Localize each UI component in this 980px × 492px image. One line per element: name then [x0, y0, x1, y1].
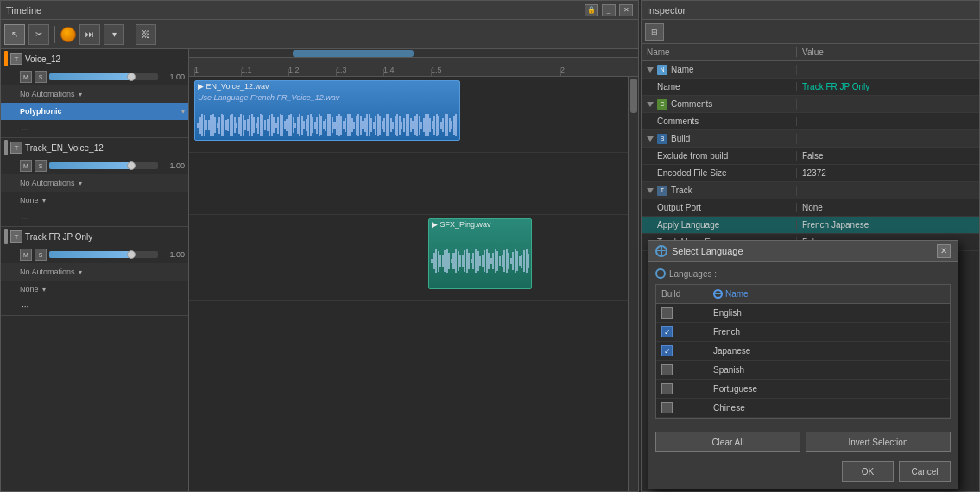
track-name-voice12: Voice_12: [25, 54, 185, 64]
inspector-titlebar: Inspector: [642, 1, 979, 20]
lang-checkbox-spanish[interactable]: [661, 364, 673, 375]
lang-checkbox-japanese[interactable]: [661, 345, 673, 356]
ok-btn[interactable]: OK: [842, 461, 894, 482]
polyphonic-row-voice12[interactable]: Polyphonic ▾: [1, 103, 188, 120]
inspector-encoded-size-value: 12372: [797, 168, 979, 178]
timeline-vscroll[interactable]: [628, 77, 638, 491]
record-btn[interactable]: [60, 27, 76, 42]
inspector-row-apply-language[interactable]: Apply Language French Japanese: [642, 217, 979, 234]
clip-en-voice12[interactable]: ▶ EN_Voice_12.wav Use Language French FR…: [194, 80, 460, 141]
none-label-en-voice12: None: [20, 196, 39, 205]
lang-check-spanish[interactable]: [656, 364, 708, 375]
ruler-line-13: [336, 69, 337, 76]
lang-check-french[interactable]: [656, 326, 708, 337]
timeline-scroll-bar[interactable]: [189, 49, 638, 58]
clear-all-btn[interactable]: Clear All: [655, 432, 800, 452]
lang-name-french: French: [708, 327, 950, 337]
lang-checkbox-english[interactable]: [661, 307, 673, 319]
timeline-window: Timeline 🔒 _ ✕ ↖ ✂ ⏭ ▾ ⛓ T Voice_12: [0, 0, 639, 492]
solo-btn-en-voice12[interactable]: S: [35, 160, 47, 172]
ruler-mark-13: 1.3: [336, 66, 347, 76]
lang-col-globe-icon: [713, 289, 723, 299]
lang-checkbox-chinese[interactable]: [661, 402, 673, 413]
track-name-fr-jp: Track FR JP Only: [25, 232, 185, 242]
inspector-section-build-label: Build: [671, 134, 690, 143]
ruler-line-14: [383, 69, 384, 76]
track-expand-voice12[interactable]: T: [10, 53, 22, 65]
automation-arrow-voice12: ▾: [79, 91, 82, 98]
skip-btn[interactable]: ⏭: [79, 24, 100, 45]
minimize-btn[interactable]: _: [602, 4, 616, 16]
volume-slider-en-voice12[interactable]: [49, 162, 158, 169]
cancel-btn[interactable]: Cancel: [899, 461, 951, 482]
mute-btn-en-voice12[interactable]: M: [20, 160, 32, 172]
link-btn[interactable]: ⛓: [136, 24, 156, 45]
inspector-title: Inspector: [647, 5, 686, 16]
timeline-toolbar: ↖ ✂ ⏭ ▾ ⛓: [1, 20, 638, 49]
track-color-fr-jp: [4, 229, 8, 244]
automation-row-voice12[interactable]: No Automations ▾: [1, 85, 188, 103]
automation-row-en-voice12[interactable]: No Automations ▾: [1, 174, 188, 192]
lang-name-portuguese: Portuguese: [708, 384, 950, 394]
close-btn[interactable]: ✕: [619, 4, 633, 16]
none-row-fr-jp[interactable]: None ▾: [1, 281, 188, 298]
lang-col-build-header: Build: [656, 289, 708, 299]
lang-checkbox-french[interactable]: [661, 326, 673, 337]
dots-btn-en-voice12[interactable]: ···: [20, 213, 30, 223]
language-table: Build Name English French: [655, 284, 951, 419]
solo-btn-fr-jp[interactable]: S: [35, 249, 47, 261]
mute-btn-fr-jp[interactable]: M: [20, 249, 32, 261]
lang-check-portuguese[interactable]: [656, 383, 708, 394]
timeline-titlebar: Timeline 🔒 _ ✕: [1, 1, 638, 20]
track-lane-voice12: ▶ EN_Voice_12.wav Use Language French FR…: [189, 77, 638, 153]
ruler-mark-11: 1.1: [241, 66, 252, 76]
timeline-vscroll-thumb[interactable]: [630, 79, 637, 113]
ruler-line-11: [241, 69, 242, 76]
languages-label-text: Languages :: [669, 269, 717, 279]
inspector-row-name-value: Name Track FR JP Only: [642, 79, 979, 96]
ruler-line-1: [194, 69, 195, 76]
build-section-icon: B: [657, 134, 667, 144]
solo-btn-voice12[interactable]: S: [35, 71, 47, 83]
timeline-scroll-thumb[interactable]: [293, 50, 414, 57]
dialog-close-btn[interactable]: ✕: [937, 244, 951, 258]
inspector-grid-btn[interactable]: ⊞: [645, 23, 664, 41]
lang-name-spanish: Spanish: [708, 365, 950, 375]
volume-slider-voice12[interactable]: [49, 73, 158, 80]
lang-row-japanese: Japanese: [656, 342, 950, 361]
lang-check-english[interactable]: [656, 307, 708, 319]
inspector-section-comments: C Comments: [642, 96, 979, 113]
lang-checkbox-portuguese[interactable]: [661, 383, 673, 394]
section-triangle-name: [647, 67, 654, 73]
lock-btn[interactable]: 🔒: [585, 4, 598, 16]
ruler-line-2: [560, 69, 561, 76]
lang-check-japanese[interactable]: [656, 345, 708, 356]
inspector-section-track: T Track: [642, 182, 979, 199]
polyphonic-arrow-voice12: ▾: [181, 108, 185, 116]
mute-btn-voice12[interactable]: M: [20, 71, 32, 83]
dots-btn-fr-jp[interactable]: ···: [20, 302, 30, 312]
timeline-ruler: 1 1.1 1.2 1.3 1.4 1.5 2: [189, 58, 638, 77]
dots-btn-voice12[interactable]: ···: [20, 124, 30, 134]
none-row-en-voice12[interactable]: None ▾: [1, 192, 188, 209]
clip-sfx-ping[interactable]: ▶ SFX_Ping.wav: [428, 218, 532, 289]
track-expand-en-voice12[interactable]: T: [10, 142, 22, 154]
inspector-name-label: Name: [642, 82, 797, 91]
track-expand-fr-jp[interactable]: T: [10, 230, 22, 243]
lang-row-portuguese: Portuguese: [656, 380, 950, 399]
lang-row-chinese: Chinese: [656, 399, 950, 418]
volume-slider-fr-jp[interactable]: [49, 251, 158, 258]
comments-section-icon: C: [657, 99, 667, 110]
automation-row-fr-jp[interactable]: No Automations ▾: [1, 263, 188, 281]
dropdown-btn[interactable]: ▾: [104, 24, 124, 45]
dialog-title-label: Select Language: [672, 246, 743, 256]
dialog-actions: OK Cancel: [648, 457, 958, 489]
razor-tool-btn[interactable]: ✂: [28, 24, 49, 45]
automation-label-en-voice12: No Automations: [20, 179, 75, 187]
arrow-tool-btn[interactable]: ↖: [4, 24, 25, 45]
select-language-dialog[interactable]: Select Language ✕ Languages : Build Name: [648, 240, 958, 489]
languages-label: Languages :: [655, 268, 951, 279]
invert-selection-btn[interactable]: Invert Selection: [806, 432, 951, 452]
lang-table-header: Build Name: [656, 285, 950, 304]
lang-check-chinese[interactable]: [656, 402, 708, 413]
